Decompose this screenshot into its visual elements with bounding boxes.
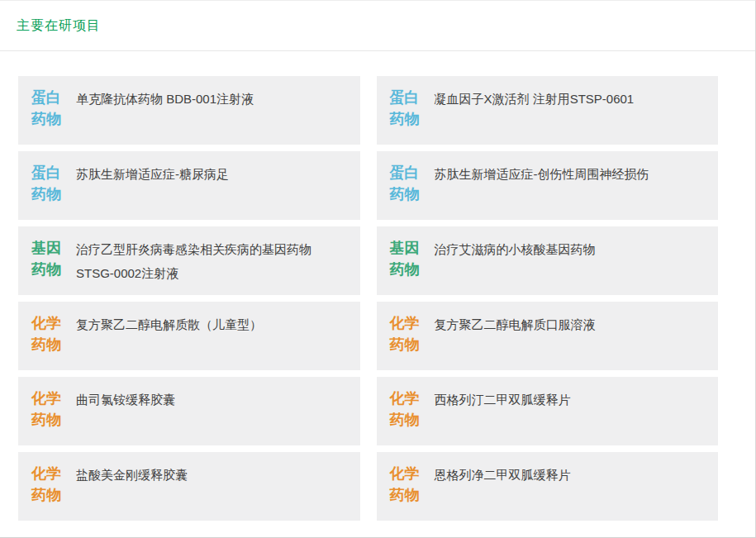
project-card: 蛋白药物 单克隆抗体药物 BDB-001注射液 (18, 76, 360, 145)
project-card: 基因药物 治疗艾滋病的小核酸基因药物 (377, 226, 719, 295)
project-card: 化学药物 西格列汀二甲双胍缓释片 (377, 377, 719, 445)
project-name: 盐酸美金刚缓释胶囊 (76, 463, 188, 487)
project-card: 蛋白药物 凝血因子X激活剂 注射用STSP-0601 (377, 76, 719, 145)
project-category-label: 化学药物 (390, 312, 423, 355)
project-name: 复方聚乙二醇电解质口服溶液 (435, 312, 596, 336)
project-category-label: 基因药物 (31, 237, 64, 280)
project-card: 化学药物 恩格列净二甲双胍缓释片 (377, 452, 719, 521)
project-category-label: 化学药物 (31, 388, 64, 431)
project-card: 化学药物 曲司氯铵缓释胶囊 (18, 377, 360, 445)
section-title: 主要在研项目 (17, 17, 101, 35)
projects-grid: 蛋白药物 单克隆抗体药物 BDB-001注射液 蛋白药物 凝血因子X激活剂 注射… (18, 76, 718, 521)
section-header: 主要在研项目 (0, 1, 755, 51)
project-name: 凝血因子X激活剂 注射用STSP-0601 (435, 87, 635, 111)
project-name: 西格列汀二甲双胍缓释片 (435, 388, 571, 412)
project-name: 治疗乙型肝炎病毒感染相关疾病的基因药物 STSG-0002注射液 (76, 237, 349, 285)
project-card: 基因药物 治疗乙型肝炎病毒感染相关疾病的基因药物 STSG-0002注射液 (18, 226, 360, 295)
project-card: 蛋白药物 苏肽生新增适应症-糖尿病足 (18, 151, 360, 220)
project-category-label: 蛋白药物 (31, 162, 64, 205)
project-name: 单克隆抗体药物 BDB-001注射液 (76, 87, 254, 111)
project-category-label: 蛋白药物 (390, 162, 423, 205)
project-card: 化学药物 复方聚乙二醇电解质口服溶液 (377, 302, 719, 370)
project-category-label: 化学药物 (390, 463, 423, 506)
project-category-label: 化学药物 (390, 388, 423, 431)
project-name: 曲司氯铵缓释胶囊 (76, 388, 175, 412)
project-category-label: 蛋白药物 (31, 87, 64, 130)
project-name: 苏肽生新增适应症-糖尿病足 (76, 162, 229, 186)
project-name: 恩格列净二甲双胍缓释片 (435, 463, 571, 487)
project-name: 苏肽生新增适应症-创伤性周围神经损伤 (435, 162, 649, 186)
project-category-label: 基因药物 (390, 237, 423, 280)
project-card: 化学药物 盐酸美金刚缓释胶囊 (18, 452, 360, 521)
project-card: 化学药物 复方聚乙二醇电解质散（儿童型） (18, 302, 360, 370)
project-name: 复方聚乙二醇电解质散（儿童型） (76, 312, 262, 336)
rd-projects-section: 主要在研项目 蛋白药物 单克隆抗体药物 BDB-001注射液 蛋白药物 凝血因子… (0, 0, 756, 538)
project-category-label: 蛋白药物 (390, 87, 423, 130)
project-name: 治疗艾滋病的小核酸基因药物 (435, 237, 596, 261)
project-category-label: 化学药物 (31, 463, 64, 506)
project-card: 蛋白药物 苏肽生新增适应症-创伤性周围神经损伤 (377, 151, 719, 220)
project-category-label: 化学药物 (31, 312, 64, 355)
